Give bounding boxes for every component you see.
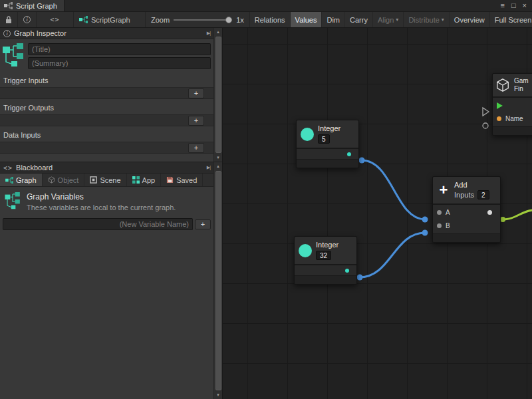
distribute-button[interactable]: Distribute ▾ (404, 12, 449, 27)
node-add[interactable]: + Add Inputs 2 A B (432, 176, 501, 243)
cube-icon (495, 78, 510, 92)
lock-icon (5, 16, 12, 24)
scene-icon (90, 176, 97, 184)
add-data-input-button[interactable]: + (188, 143, 204, 153)
section-label: Trigger Outputs (0, 103, 213, 114)
output-port[interactable] (347, 152, 351, 156)
scrollbar-thumb[interactable] (215, 171, 221, 390)
integer-icon (299, 244, 312, 257)
menu-icon[interactable]: ≡ (500, 2, 504, 9)
window-tab-script-graph[interactable]: Script Graph (0, 0, 65, 11)
scroll-down-icon[interactable]: ▼ (214, 391, 222, 399)
graph-breadcrumb[interactable]: ScriptGraph (74, 12, 146, 27)
input-port-name[interactable]: Name (497, 113, 532, 124)
graph-title-input[interactable] (28, 43, 211, 55)
blackboard-scrollbar[interactable]: ▲ ▼ (213, 162, 222, 399)
full-screen-button[interactable]: Full Screen (490, 12, 532, 27)
graph-variables-description: These variables are local to the current… (27, 203, 176, 211)
node-value[interactable]: 32 (316, 251, 331, 260)
maximize-icon[interactable]: □ (511, 2, 516, 9)
code-icon: <> (3, 164, 13, 172)
app-grid-icon (132, 176, 140, 184)
graph-canvas[interactable]: Integer 5 Integer 32 (223, 28, 532, 399)
titlebar: Script Graph ≡ □ × (0, 0, 532, 12)
tab-scene[interactable]: Scene (84, 174, 126, 186)
pop-out-icon[interactable]: ▶| (207, 165, 210, 170)
close-icon[interactable]: × (523, 2, 527, 9)
graph-variables-block: Graph Variables These variables are loca… (0, 187, 213, 215)
input-port-a[interactable]: A (437, 207, 496, 218)
add-variable-button[interactable]: + (195, 219, 211, 229)
flow-in-row[interactable] (497, 100, 532, 111)
node-footer (295, 275, 356, 284)
overview-button[interactable]: Overview (450, 12, 490, 27)
node-footer (433, 233, 500, 242)
zoom-label: Zoom (151, 16, 170, 24)
script-graph-icon (4, 2, 13, 9)
pop-out-icon[interactable]: ▶| (207, 31, 210, 36)
scrollbar-thumb[interactable] (215, 37, 221, 153)
node-subtitle: Inputs (454, 191, 474, 199)
zoom-value: 1x (236, 16, 244, 24)
tab-graph[interactable]: Graph (0, 174, 43, 186)
inspect-toggle-button[interactable]: i (18, 12, 37, 27)
inspector-title: Graph Inspector (14, 29, 66, 37)
dim-button[interactable]: Dim (322, 12, 345, 27)
script-graph-icon (79, 16, 88, 23)
new-variable-row: + (0, 215, 213, 233)
graph-variables-title: Graph Variables (27, 192, 176, 201)
data-inputs-section: Data Inputs + (0, 130, 213, 154)
node-title: Add (454, 181, 467, 189)
node-footer (493, 126, 532, 135)
values-button[interactable]: Values (291, 12, 323, 27)
integer-icon (301, 128, 314, 141)
node-title-line1: Gam (514, 77, 529, 85)
node-integer-32[interactable]: Integer 32 (294, 236, 357, 285)
info-icon: i (3, 30, 11, 37)
port-a-dot[interactable] (437, 210, 442, 215)
align-button[interactable]: Align ▾ (373, 12, 404, 27)
inputs-count[interactable]: 2 (477, 190, 489, 200)
new-variable-input[interactable] (3, 218, 193, 230)
flow-input-port (483, 108, 489, 116)
graph-name: ScriptGraph (91, 16, 130, 24)
add-trigger-output-button[interactable]: + (188, 116, 204, 126)
scroll-up-icon[interactable]: ▲ (214, 28, 222, 36)
scroll-down-icon[interactable]: ▼ (214, 154, 222, 162)
node-footer (297, 159, 358, 168)
cube-icon (48, 176, 55, 184)
port-b-dot[interactable] (437, 223, 442, 228)
tab-title: Script Graph (16, 2, 57, 10)
output-port[interactable] (487, 210, 492, 215)
output-port[interactable] (345, 269, 349, 273)
flow-arrow-icon (497, 102, 503, 109)
node-gameobject-find[interactable]: Gam Fin Name (492, 73, 532, 136)
tab-object[interactable]: Object (43, 174, 85, 186)
lock-button[interactable] (0, 12, 18, 27)
graph-summary-input[interactable] (28, 57, 211, 69)
carry-button[interactable]: Carry (345, 12, 373, 27)
zoom-slider-knob[interactable] (225, 17, 232, 23)
data-inputs-list: + (0, 142, 213, 154)
tab-saved[interactable]: Saved (161, 174, 203, 186)
graph-variables-icon (4, 192, 21, 209)
info-icon: i (23, 16, 31, 23)
name-port-dot[interactable] (497, 116, 501, 121)
node-value[interactable]: 5 (318, 134, 330, 144)
add-trigger-input-button[interactable]: + (188, 88, 204, 98)
section-label: Trigger Inputs (0, 76, 213, 86)
tab-app[interactable]: App (127, 174, 162, 186)
edit-graph-button[interactable]: <> (37, 12, 74, 27)
trigger-inputs-section: Trigger Inputs + (0, 76, 213, 99)
section-label: Data Inputs (0, 130, 213, 141)
trigger-outputs-list: + (0, 114, 213, 126)
scroll-up-icon[interactable]: ▲ (214, 162, 222, 170)
relations-button[interactable]: Relations (250, 12, 291, 27)
inspector-scrollbar[interactable]: ▲ ▼ (213, 28, 222, 162)
zoom-slider[interactable] (174, 19, 232, 21)
trigger-inputs-list: + (0, 87, 213, 99)
code-icon: <> (50, 16, 59, 23)
input-port-b[interactable]: B (437, 220, 496, 231)
node-integer-5[interactable]: Integer 5 (296, 120, 359, 168)
script-graph-asset-icon (3, 43, 24, 67)
